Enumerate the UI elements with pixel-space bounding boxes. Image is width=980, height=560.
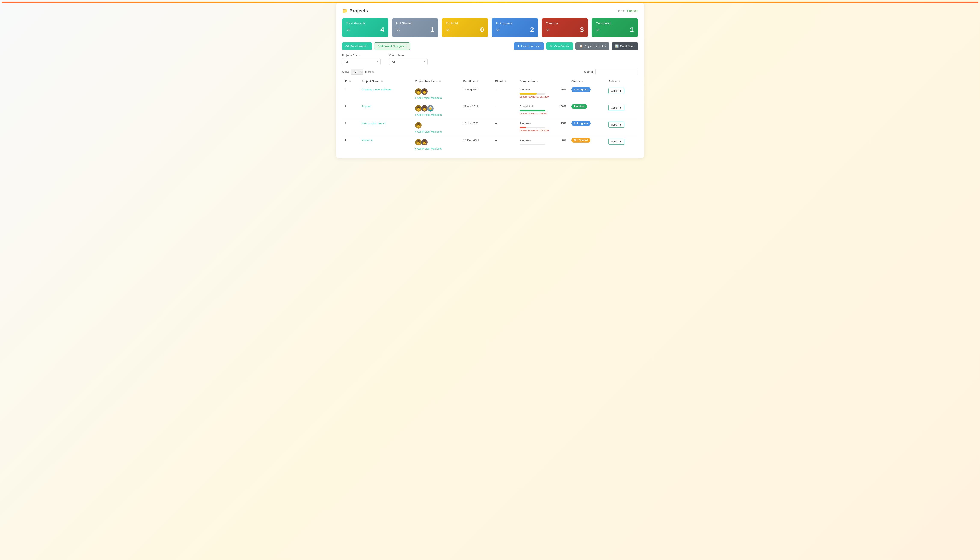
table-row: 1 Creating a new software 👨👨 + Add Proje… bbox=[342, 85, 638, 102]
filter-client-label: Client Name bbox=[389, 54, 428, 57]
add-members-button[interactable]: + Add Project Members bbox=[415, 113, 458, 117]
cell-completion: Progress 66% Unpaid Payments: US $300 bbox=[517, 85, 569, 102]
add-project-button[interactable]: Add New Project + bbox=[342, 42, 372, 50]
stat-card-overdue[interactable]: Overdue ≋ 3 bbox=[542, 18, 588, 37]
project-templates-button[interactable]: 📋 Project Templates bbox=[575, 42, 610, 50]
filter-status-select[interactable]: All In Progress Completed Not Started On… bbox=[342, 58, 380, 65]
toolbar-left: Add New Project + Add Project Category + bbox=[342, 42, 410, 50]
unpaid-text: Unpaid Payments: US $300 bbox=[520, 129, 566, 132]
project-name-link[interactable]: Creating a new software bbox=[362, 88, 392, 91]
action-button[interactable]: Action ▼ bbox=[608, 122, 625, 128]
project-name-link[interactable]: Support bbox=[362, 105, 372, 108]
completion-label: Progress bbox=[520, 122, 531, 125]
stat-card-completed-value: 1 bbox=[630, 26, 634, 34]
status-badge: Not Started bbox=[572, 138, 590, 143]
gantt-chart-button[interactable]: 📊 Gantt Chart bbox=[612, 42, 638, 50]
avatar: 👨 bbox=[415, 122, 422, 129]
col-status[interactable]: Status ⇅ bbox=[569, 77, 606, 85]
stat-card-total[interactable]: Total Projects ≋ 4 bbox=[342, 18, 388, 37]
action-button[interactable]: Action ▼ bbox=[608, 88, 625, 94]
cell-status: Not Started bbox=[569, 136, 606, 153]
sort-client-icon: ⇅ bbox=[504, 80, 506, 83]
unpaid-text: Unpaid Payments: RM300 bbox=[520, 112, 566, 115]
cell-members: 👨👨 + Add Project Members bbox=[412, 85, 461, 102]
page-title-text: Projects bbox=[350, 8, 368, 14]
action-dropdown-icon: ▼ bbox=[619, 89, 622, 92]
table-row: 2 Support 👨👨👨‍🦳 + Add Project Members 23… bbox=[342, 102, 638, 119]
add-members-button[interactable]: + Add Project Members bbox=[415, 130, 458, 133]
search-input[interactable] bbox=[595, 69, 638, 75]
col-status-label: Status bbox=[572, 80, 580, 83]
col-project-name[interactable]: Project Name ⇅ bbox=[359, 77, 412, 85]
action-button[interactable]: Action ▼ bbox=[608, 105, 625, 111]
add-members-button[interactable]: + Add Project Members bbox=[415, 97, 458, 100]
export-excel-button[interactable]: ⬆ Export To Excel bbox=[514, 42, 544, 50]
archive-icon: 🗂 bbox=[550, 45, 553, 48]
sort-status-icon: ⇅ bbox=[582, 80, 583, 83]
stat-card-not-started[interactable]: Not Started ≋ 1 bbox=[392, 18, 438, 37]
cell-deadline: 14 Aug 2021 bbox=[461, 85, 492, 102]
view-archive-button[interactable]: 🗂 View Archive bbox=[546, 42, 573, 50]
progress-bar bbox=[520, 93, 537, 95]
table-controls: Show 10 25 50 100 entries Search: bbox=[342, 69, 638, 75]
cell-members: 👨👨 + Add Project Members bbox=[412, 136, 461, 153]
cell-status: In Progress bbox=[569, 119, 606, 136]
col-id[interactable]: ID ⇅ bbox=[342, 77, 359, 85]
col-completion[interactable]: Completion ⇅ bbox=[517, 77, 569, 85]
col-deadline[interactable]: Deadline ⇅ bbox=[461, 77, 492, 85]
breadcrumb-home[interactable]: Home bbox=[617, 9, 625, 13]
projects-icon: 📁 bbox=[342, 8, 348, 14]
sort-name-icon: ⇅ bbox=[381, 80, 383, 83]
stat-card-not-started-label: Not Started bbox=[396, 22, 434, 25]
table-row: 4 Project A 👨👨 + Add Project Members 16 … bbox=[342, 136, 638, 153]
cell-project-name: Project A bbox=[359, 136, 412, 153]
filter-client: Client Name All bbox=[389, 54, 428, 65]
status-badge: In Progress bbox=[572, 121, 591, 126]
col-action[interactable]: Action ⇅ bbox=[606, 77, 638, 85]
project-name-link[interactable]: Project A bbox=[362, 138, 373, 142]
cell-deadline: 16 Dec 2021 bbox=[461, 136, 492, 153]
cell-project-name: New product launch bbox=[359, 119, 412, 136]
add-members-button[interactable]: + Add Project Members bbox=[415, 147, 458, 150]
col-id-label: ID bbox=[345, 80, 347, 83]
cell-id: 3 bbox=[342, 119, 359, 136]
col-deadline-label: Deadline bbox=[463, 80, 475, 83]
member-avatars: 👨👨 bbox=[415, 88, 458, 95]
add-category-button[interactable]: Add Project Category + bbox=[374, 42, 410, 50]
stat-card-overdue-icon: ≋ bbox=[546, 27, 550, 33]
cell-status: Finished bbox=[569, 102, 606, 119]
breadcrumb: Home / Projects bbox=[617, 9, 638, 13]
col-members[interactable]: Project Members ⇅ bbox=[412, 77, 461, 85]
export-label: Export To Excel bbox=[521, 45, 540, 48]
stat-card-completed-icon: ≋ bbox=[596, 27, 600, 33]
cell-client: -- bbox=[492, 85, 517, 102]
col-action-label: Action bbox=[608, 80, 617, 83]
templates-label: Project Templates bbox=[584, 45, 606, 48]
gantt-label: Gantt Chart bbox=[620, 45, 634, 48]
col-client-label: Client bbox=[495, 80, 503, 83]
stat-card-in-progress-value: 2 bbox=[530, 26, 534, 34]
stat-card-total-value: 4 bbox=[380, 26, 384, 34]
stat-card-total-label: Total Projects bbox=[347, 22, 384, 25]
export-icon: ⬆ bbox=[517, 45, 520, 48]
col-project-name-label: Project Name bbox=[362, 80, 379, 83]
cell-project-name: Creating a new software bbox=[359, 85, 412, 102]
cell-id: 4 bbox=[342, 136, 359, 153]
col-client[interactable]: Client ⇅ bbox=[492, 77, 517, 85]
show-label: Show bbox=[342, 70, 349, 73]
cell-client: -- bbox=[492, 119, 517, 136]
action-button[interactable]: Action ▼ bbox=[608, 138, 625, 145]
stat-card-on-hold[interactable]: On Hold ≋ 0 bbox=[442, 18, 488, 37]
status-badge: In Progress bbox=[572, 87, 591, 92]
gantt-icon: 📊 bbox=[615, 45, 619, 48]
filter-client-select[interactable]: All bbox=[389, 58, 428, 65]
completion-pct: 100% bbox=[557, 105, 566, 108]
avatar: 👨‍🦳 bbox=[427, 105, 434, 112]
entries-select[interactable]: 10 25 50 100 bbox=[351, 69, 363, 75]
cell-action: Action ▼ bbox=[606, 85, 638, 102]
stat-card-completed[interactable]: Completed ≋ 1 bbox=[592, 18, 638, 37]
progress-bar-container bbox=[520, 93, 545, 95]
stat-card-in-progress[interactable]: In Progress ≋ 2 bbox=[492, 18, 538, 37]
project-name-link[interactable]: New product launch bbox=[362, 122, 386, 125]
cell-members: 👨 + Add Project Members bbox=[412, 119, 461, 136]
